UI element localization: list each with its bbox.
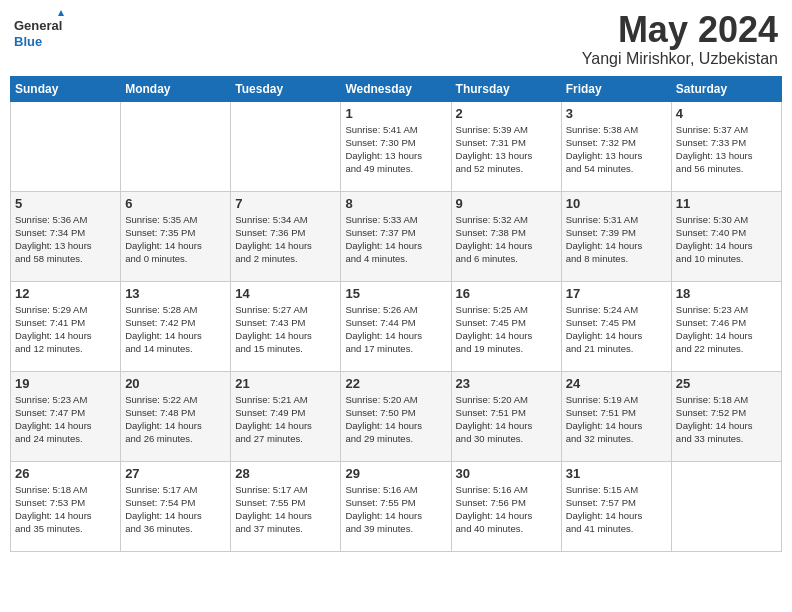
day-info: Sunrise: 5:37 AM Sunset: 7:33 PM Dayligh…: [676, 123, 777, 176]
day-info: Sunrise: 5:39 AM Sunset: 7:31 PM Dayligh…: [456, 123, 557, 176]
day-cell: [231, 101, 341, 191]
day-number: 21: [235, 376, 336, 391]
day-info: Sunrise: 5:38 AM Sunset: 7:32 PM Dayligh…: [566, 123, 667, 176]
day-cell: [121, 101, 231, 191]
day-info: Sunrise: 5:17 AM Sunset: 7:55 PM Dayligh…: [235, 483, 336, 536]
day-number: 19: [15, 376, 116, 391]
day-info: Sunrise: 5:16 AM Sunset: 7:55 PM Dayligh…: [345, 483, 446, 536]
day-cell: 15Sunrise: 5:26 AM Sunset: 7:44 PM Dayli…: [341, 281, 451, 371]
calendar-table: SundayMondayTuesdayWednesdayThursdayFrid…: [10, 76, 782, 552]
day-info: Sunrise: 5:35 AM Sunset: 7:35 PM Dayligh…: [125, 213, 226, 266]
day-info: Sunrise: 5:31 AM Sunset: 7:39 PM Dayligh…: [566, 213, 667, 266]
week-row-3: 12Sunrise: 5:29 AM Sunset: 7:41 PM Dayli…: [11, 281, 782, 371]
day-number: 8: [345, 196, 446, 211]
day-info: Sunrise: 5:33 AM Sunset: 7:37 PM Dayligh…: [345, 213, 446, 266]
day-cell: 30Sunrise: 5:16 AM Sunset: 7:56 PM Dayli…: [451, 461, 561, 551]
week-row-4: 19Sunrise: 5:23 AM Sunset: 7:47 PM Dayli…: [11, 371, 782, 461]
day-cell: 8Sunrise: 5:33 AM Sunset: 7:37 PM Daylig…: [341, 191, 451, 281]
day-cell: 6Sunrise: 5:35 AM Sunset: 7:35 PM Daylig…: [121, 191, 231, 281]
day-cell: 24Sunrise: 5:19 AM Sunset: 7:51 PM Dayli…: [561, 371, 671, 461]
day-cell: 16Sunrise: 5:25 AM Sunset: 7:45 PM Dayli…: [451, 281, 561, 371]
svg-marker-2: [58, 10, 64, 16]
logo-svg: General Blue: [14, 10, 64, 58]
day-number: 20: [125, 376, 226, 391]
day-info: Sunrise: 5:20 AM Sunset: 7:50 PM Dayligh…: [345, 393, 446, 446]
day-number: 12: [15, 286, 116, 301]
day-cell: 26Sunrise: 5:18 AM Sunset: 7:53 PM Dayli…: [11, 461, 121, 551]
header-cell-sunday: Sunday: [11, 76, 121, 101]
week-row-1: 1Sunrise: 5:41 AM Sunset: 7:30 PM Daylig…: [11, 101, 782, 191]
day-cell: 9Sunrise: 5:32 AM Sunset: 7:38 PM Daylig…: [451, 191, 561, 281]
day-info: Sunrise: 5:29 AM Sunset: 7:41 PM Dayligh…: [15, 303, 116, 356]
day-cell: 2Sunrise: 5:39 AM Sunset: 7:31 PM Daylig…: [451, 101, 561, 191]
day-number: 27: [125, 466, 226, 481]
day-info: Sunrise: 5:16 AM Sunset: 7:56 PM Dayligh…: [456, 483, 557, 536]
location: Yangi Mirishkor, Uzbekistan: [582, 50, 778, 68]
page-header: General Blue May 2024 Yangi Mirishkor, U…: [10, 10, 782, 68]
day-info: Sunrise: 5:28 AM Sunset: 7:42 PM Dayligh…: [125, 303, 226, 356]
day-info: Sunrise: 5:17 AM Sunset: 7:54 PM Dayligh…: [125, 483, 226, 536]
week-row-2: 5Sunrise: 5:36 AM Sunset: 7:34 PM Daylig…: [11, 191, 782, 281]
day-number: 10: [566, 196, 667, 211]
day-number: 23: [456, 376, 557, 391]
header-cell-thursday: Thursday: [451, 76, 561, 101]
day-info: Sunrise: 5:19 AM Sunset: 7:51 PM Dayligh…: [566, 393, 667, 446]
day-info: Sunrise: 5:36 AM Sunset: 7:34 PM Dayligh…: [15, 213, 116, 266]
day-cell: [11, 101, 121, 191]
day-number: 7: [235, 196, 336, 211]
day-number: 6: [125, 196, 226, 211]
day-cell: 18Sunrise: 5:23 AM Sunset: 7:46 PM Dayli…: [671, 281, 781, 371]
day-cell: 4Sunrise: 5:37 AM Sunset: 7:33 PM Daylig…: [671, 101, 781, 191]
day-number: 30: [456, 466, 557, 481]
day-info: Sunrise: 5:25 AM Sunset: 7:45 PM Dayligh…: [456, 303, 557, 356]
day-number: 29: [345, 466, 446, 481]
svg-text:General: General: [14, 18, 62, 33]
week-row-5: 26Sunrise: 5:18 AM Sunset: 7:53 PM Dayli…: [11, 461, 782, 551]
day-number: 16: [456, 286, 557, 301]
svg-text:Blue: Blue: [14, 34, 42, 49]
day-number: 11: [676, 196, 777, 211]
day-info: Sunrise: 5:18 AM Sunset: 7:53 PM Dayligh…: [15, 483, 116, 536]
day-number: 18: [676, 286, 777, 301]
day-info: Sunrise: 5:26 AM Sunset: 7:44 PM Dayligh…: [345, 303, 446, 356]
header-cell-monday: Monday: [121, 76, 231, 101]
title-block: May 2024 Yangi Mirishkor, Uzbekistan: [582, 10, 778, 68]
day-cell: 10Sunrise: 5:31 AM Sunset: 7:39 PM Dayli…: [561, 191, 671, 281]
day-cell: 5Sunrise: 5:36 AM Sunset: 7:34 PM Daylig…: [11, 191, 121, 281]
day-number: 28: [235, 466, 336, 481]
day-cell: 3Sunrise: 5:38 AM Sunset: 7:32 PM Daylig…: [561, 101, 671, 191]
day-number: 14: [235, 286, 336, 301]
day-number: 31: [566, 466, 667, 481]
day-number: 4: [676, 106, 777, 121]
logo: General Blue: [14, 10, 64, 58]
day-cell: 23Sunrise: 5:20 AM Sunset: 7:51 PM Dayli…: [451, 371, 561, 461]
day-info: Sunrise: 5:41 AM Sunset: 7:30 PM Dayligh…: [345, 123, 446, 176]
day-number: 1: [345, 106, 446, 121]
day-cell: 14Sunrise: 5:27 AM Sunset: 7:43 PM Dayli…: [231, 281, 341, 371]
day-number: 3: [566, 106, 667, 121]
header-row: SundayMondayTuesdayWednesdayThursdayFrid…: [11, 76, 782, 101]
day-number: 24: [566, 376, 667, 391]
day-number: 5: [15, 196, 116, 211]
day-info: Sunrise: 5:21 AM Sunset: 7:49 PM Dayligh…: [235, 393, 336, 446]
header-cell-wednesday: Wednesday: [341, 76, 451, 101]
day-number: 17: [566, 286, 667, 301]
day-cell: 11Sunrise: 5:30 AM Sunset: 7:40 PM Dayli…: [671, 191, 781, 281]
day-cell: 7Sunrise: 5:34 AM Sunset: 7:36 PM Daylig…: [231, 191, 341, 281]
day-info: Sunrise: 5:18 AM Sunset: 7:52 PM Dayligh…: [676, 393, 777, 446]
day-cell: 12Sunrise: 5:29 AM Sunset: 7:41 PM Dayli…: [11, 281, 121, 371]
day-info: Sunrise: 5:22 AM Sunset: 7:48 PM Dayligh…: [125, 393, 226, 446]
day-number: 13: [125, 286, 226, 301]
header-cell-saturday: Saturday: [671, 76, 781, 101]
day-info: Sunrise: 5:32 AM Sunset: 7:38 PM Dayligh…: [456, 213, 557, 266]
day-cell: 31Sunrise: 5:15 AM Sunset: 7:57 PM Dayli…: [561, 461, 671, 551]
day-cell: 25Sunrise: 5:18 AM Sunset: 7:52 PM Dayli…: [671, 371, 781, 461]
day-cell: [671, 461, 781, 551]
day-number: 15: [345, 286, 446, 301]
day-info: Sunrise: 5:23 AM Sunset: 7:47 PM Dayligh…: [15, 393, 116, 446]
day-info: Sunrise: 5:20 AM Sunset: 7:51 PM Dayligh…: [456, 393, 557, 446]
day-cell: 19Sunrise: 5:23 AM Sunset: 7:47 PM Dayli…: [11, 371, 121, 461]
day-cell: 28Sunrise: 5:17 AM Sunset: 7:55 PM Dayli…: [231, 461, 341, 551]
day-cell: 13Sunrise: 5:28 AM Sunset: 7:42 PM Dayli…: [121, 281, 231, 371]
header-cell-tuesday: Tuesday: [231, 76, 341, 101]
